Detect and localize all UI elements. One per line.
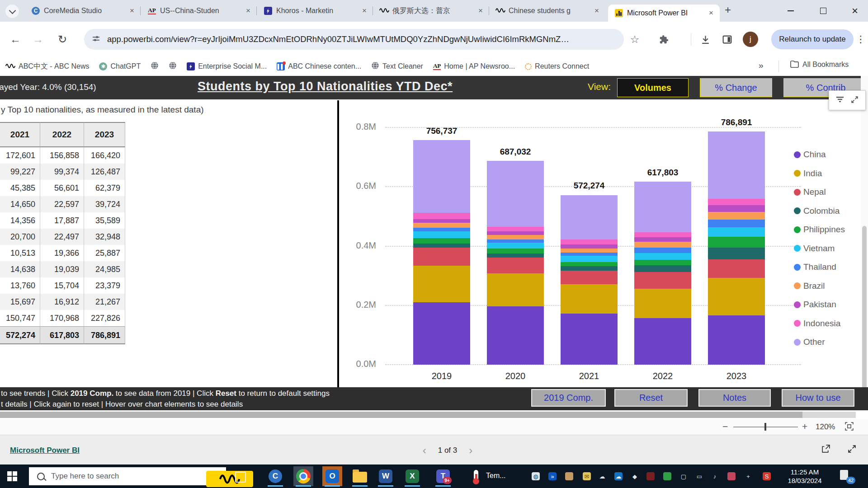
bar-segment-pakistan[interactable]: [634, 237, 691, 242]
bar-2022[interactable]: [634, 182, 691, 365]
tray-cross-icon[interactable]: +: [744, 472, 752, 480]
tray-mail-icon[interactable]: ✉: [583, 472, 591, 480]
next-page-chevron[interactable]: ›: [469, 444, 472, 457]
bar-segment-thailand[interactable]: [413, 228, 470, 231]
table-cell[interactable]: 14,650: [0, 196, 40, 212]
table-cell[interactable]: 22,597: [40, 196, 84, 212]
bar-segment-vietnam[interactable]: [413, 231, 470, 238]
bar-segment-indonesia[interactable]: [487, 227, 544, 232]
table-cell[interactable]: 156,858: [40, 147, 84, 164]
bar-segment-china[interactable]: [487, 306, 544, 365]
close-button[interactable]: ×: [844, 0, 865, 22]
back-icon[interactable]: ←: [6, 22, 24, 57]
taskbar-app-teams[interactable]: T9+: [433, 466, 453, 486]
tray-green-icon[interactable]: [663, 472, 671, 480]
bar-segment-china[interactable]: [413, 302, 470, 365]
bar-segment-colombia[interactable]: [487, 253, 544, 258]
bar-segment-brazil[interactable]: [487, 235, 544, 239]
bar-segment-colombia[interactable]: [634, 265, 691, 272]
bar-2021[interactable]: [561, 195, 618, 365]
legend-item[interactable]: Nepal: [794, 187, 826, 197]
tray-arrows-icon[interactable]: »: [548, 472, 557, 480]
taskbar-app-coremedia[interactable]: C: [265, 466, 285, 486]
bar-segment-indonesia[interactable]: [708, 199, 765, 205]
zoom-in-button[interactable]: +: [802, 421, 807, 432]
legend-item[interactable]: Thailand: [794, 262, 836, 272]
table-cell[interactable]: 170,968: [40, 310, 84, 326]
focus-mode-icon[interactable]: [851, 96, 859, 105]
table-cell[interactable]: 24,985: [84, 261, 125, 277]
address-bar[interactable]: app.powerbi.com/view?r=eyJrIjoiMmU3ZDcxN…: [84, 29, 624, 50]
download-icon[interactable]: [696, 22, 714, 57]
table-cell[interactable]: 150,747: [0, 310, 40, 326]
table-cell[interactable]: 45,385: [0, 180, 40, 196]
taskbar-app-outlook[interactable]: O: [322, 466, 342, 486]
bar-segment-india[interactable]: [708, 278, 765, 315]
tab-close-icon[interactable]: ×: [477, 6, 484, 15]
bar-segment-brazil[interactable]: [708, 212, 765, 219]
bar-segment-pakistan[interactable]: [708, 205, 765, 212]
bar-segment-philippines[interactable]: [634, 260, 691, 265]
tab-3[interactable]: Khoros - Marketin×: [257, 0, 373, 22]
minimize-button[interactable]: [780, 0, 801, 22]
table-cell[interactable]: 39,724: [84, 196, 125, 212]
bookmark-star-icon[interactable]: ☆: [626, 22, 644, 57]
taskbar-clock[interactable]: 11:25 AM 18/03/2024: [781, 468, 828, 485]
bar-segment-vietnam[interactable]: [561, 256, 618, 262]
bar-segment-china[interactable]: [634, 318, 691, 365]
table-cell[interactable]: 20,700: [0, 229, 40, 245]
bar-2020[interactable]: [487, 161, 544, 365]
bar-segment-vietnam[interactable]: [487, 243, 544, 249]
bar-segment-other[interactable]: [708, 131, 765, 199]
table-cell[interactable]: 35,589: [84, 212, 125, 229]
bar-segment-vietnam[interactable]: [708, 227, 765, 237]
bar-segment-china[interactable]: [561, 314, 618, 365]
tray-tan-icon[interactable]: [565, 472, 573, 480]
bookmark-item-1[interactable]: ABC中文 - ABC News: [5, 62, 89, 71]
table-cell[interactable]: 15,697: [0, 294, 40, 310]
taskbar-search-box[interactable]: Type here to search: [29, 467, 226, 485]
weather-label[interactable]: Tem...: [486, 472, 506, 480]
avatar[interactable]: j: [743, 32, 758, 47]
tab-close-icon[interactable]: ×: [594, 6, 600, 15]
bar-segment-other[interactable]: [413, 140, 470, 213]
tab-2[interactable]: APUS--China-Studen×: [141, 0, 257, 22]
table-cell[interactable]: 23,379: [84, 277, 125, 294]
bar-segment-india[interactable]: [487, 273, 544, 307]
bar-segment-indonesia[interactable]: [561, 239, 618, 244]
tray-pink-icon[interactable]: [727, 472, 736, 480]
taskbar-app-file-explorer[interactable]: [350, 466, 370, 486]
bar-segment-indonesia[interactable]: [413, 213, 470, 219]
new-tab-button[interactable]: +: [725, 4, 731, 16]
tab-close-icon[interactable]: ×: [708, 9, 714, 18]
bar-segment-other[interactable]: [634, 182, 691, 232]
table-cell[interactable]: 32,948: [84, 229, 125, 245]
table-total-cell[interactable]: 786,891: [84, 326, 125, 344]
table-cell[interactable]: 227,826: [84, 310, 125, 326]
bookmark-item-8[interactable]: APHome | AP Newsroo...: [433, 62, 515, 70]
table-cell[interactable]: 99,227: [0, 164, 40, 180]
legend-item[interactable]: India: [794, 168, 822, 179]
bookmark-item-3[interactable]: [151, 61, 159, 71]
bar-segment-thailand[interactable]: [634, 248, 691, 253]
table-cell[interactable]: 172,601: [0, 147, 40, 164]
bookmark-item-5[interactable]: Enterprise Social M...: [187, 62, 267, 70]
bar-segment-colombia[interactable]: [708, 248, 765, 259]
taskbar-app-word[interactable]: W: [376, 466, 396, 486]
tray-monitor-icon[interactable]: ▭: [695, 472, 703, 480]
maximize-button[interactable]: [813, 0, 834, 22]
view-pct-change-button[interactable]: % Change: [700, 78, 772, 97]
bar-segment-thailand[interactable]: [708, 220, 765, 227]
tray-onedrive-icon[interactable]: ☁: [614, 472, 623, 480]
zoom-out-button[interactable]: −: [722, 421, 728, 432]
start-button[interactable]: [7, 471, 17, 481]
bookmark-item-4[interactable]: [169, 61, 177, 71]
legend-item[interactable]: Other: [794, 337, 825, 347]
how-to-use-button[interactable]: How to use: [782, 389, 854, 407]
forward-icon[interactable]: →: [29, 22, 47, 57]
extensions-puzzle-icon[interactable]: [655, 22, 673, 57]
bookmark-item-2[interactable]: ✱ChatGPT: [99, 62, 141, 70]
table-cell[interactable]: 10,513: [0, 245, 40, 261]
bookmark-item-6[interactable]: ▌▌ABC Chinese conten...: [277, 62, 361, 70]
bar-segment-india[interactable]: [561, 284, 618, 314]
